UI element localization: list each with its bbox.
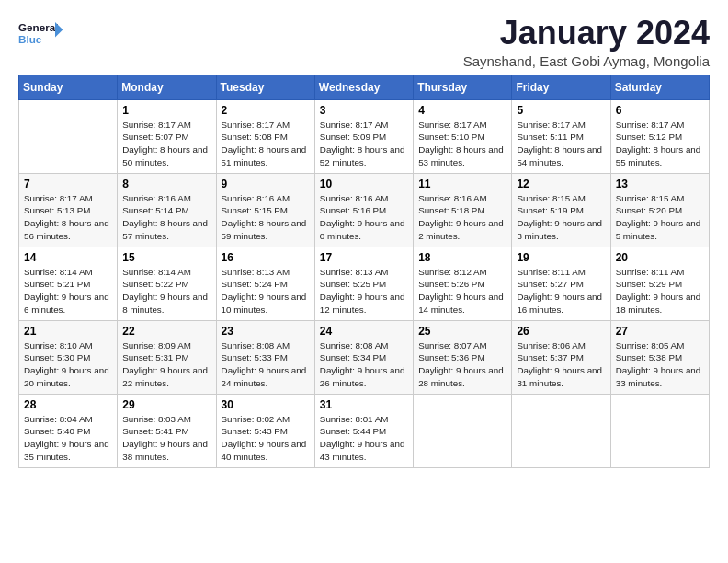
day-number: 1 [122,104,210,117]
cell-info: Sunrise: 8:10 AM Sunset: 5:30 PM Dayligh… [24,339,112,390]
sunrise-label: Sunrise: 8:17 AM [222,120,290,130]
table-row: 25 Sunrise: 8:07 AM Sunset: 5:36 PM Dayl… [414,320,512,394]
day-number: 21 [24,325,112,338]
cell-info: Sunrise: 8:07 AM Sunset: 5:36 PM Dayligh… [418,339,506,390]
cell-info: Sunrise: 8:09 AM Sunset: 5:31 PM Dayligh… [122,339,210,390]
header-saturday: Saturday [610,75,709,99]
sunset-label: Sunset: 5:33 PM [222,352,288,362]
sunset-label: Sunset: 5:43 PM [222,426,288,436]
day-number: 16 [222,251,310,264]
table-row: 31 Sunrise: 8:01 AM Sunset: 5:44 PM Dayl… [314,394,413,467]
calendar-week-row: 21 Sunrise: 8:10 AM Sunset: 5:30 PM Dayl… [19,320,710,394]
sunrise-label: Sunrise: 8:11 AM [517,267,586,277]
month-title: January 2024 [463,15,710,52]
cell-info: Sunrise: 8:17 AM Sunset: 5:12 PM Dayligh… [616,119,704,169]
day-number: 6 [616,104,704,117]
sunset-label: Sunset: 5:36 PM [418,352,484,362]
cell-info: Sunrise: 8:16 AM Sunset: 5:14 PM Dayligh… [122,192,210,243]
daylight-label: Daylight: 9 hours and 5 minutes. [616,218,701,241]
daylight-label: Daylight: 9 hours and 12 minutes. [320,292,405,315]
sunrise-label: Sunrise: 8:13 AM [320,267,389,277]
logo-icon: General Blue [18,15,64,52]
cell-info: Sunrise: 8:04 AM Sunset: 5:40 PM Dayligh… [24,413,112,464]
day-number: 2 [222,104,310,117]
sunrise-label: Sunrise: 8:11 AM [616,267,685,277]
sunset-label: Sunset: 5:14 PM [122,205,188,215]
table-row: 22 Sunrise: 8:09 AM Sunset: 5:31 PM Dayl… [118,320,216,394]
day-number: 30 [222,398,310,411]
daylight-label: Daylight: 8 hours and 56 minutes. [24,218,109,241]
daylight-label: Daylight: 8 hours and 55 minutes. [616,144,701,167]
sunrise-label: Sunrise: 8:14 AM [122,267,191,277]
table-row: 27 Sunrise: 8:05 AM Sunset: 5:38 PM Dayl… [610,320,709,394]
header-wednesday: Wednesday [314,75,413,99]
table-row: 9 Sunrise: 8:16 AM Sunset: 5:15 PM Dayli… [216,173,314,247]
daylight-label: Daylight: 9 hours and 26 minutes. [320,365,405,388]
table-row: 8 Sunrise: 8:16 AM Sunset: 5:14 PM Dayli… [118,173,216,247]
daylight-label: Daylight: 9 hours and 10 minutes. [222,292,307,315]
daylight-label: Daylight: 9 hours and 8 minutes. [122,292,208,315]
table-row: 11 Sunrise: 8:16 AM Sunset: 5:18 PM Dayl… [414,173,512,247]
day-number: 17 [320,251,408,264]
sunrise-label: Sunrise: 8:14 AM [24,267,93,277]
sunset-label: Sunset: 5:15 PM [222,205,288,215]
table-row: 15 Sunrise: 8:14 AM Sunset: 5:22 PM Dayl… [118,247,216,320]
table-row: 4 Sunrise: 8:17 AM Sunset: 5:10 PM Dayli… [414,99,512,173]
day-number: 18 [418,251,506,264]
sunset-label: Sunset: 5:22 PM [122,279,188,289]
sunrise-label: Sunrise: 8:10 AM [24,340,93,350]
sunrise-label: Sunrise: 8:17 AM [122,120,191,130]
table-row: 20 Sunrise: 8:11 AM Sunset: 5:29 PM Dayl… [610,247,709,320]
table-row: 2 Sunrise: 8:17 AM Sunset: 5:08 PM Dayli… [216,99,314,173]
page-container: General Blue January 2024 Saynshand, Eas… [0,0,728,477]
sunrise-label: Sunrise: 8:17 AM [24,193,93,203]
sunrise-label: Sunrise: 8:17 AM [616,120,685,130]
table-row: 6 Sunrise: 8:17 AM Sunset: 5:12 PM Dayli… [610,99,709,173]
daylight-label: Daylight: 9 hours and 22 minutes. [122,365,208,388]
sunrise-label: Sunrise: 8:17 AM [320,120,389,130]
table-row [610,394,709,467]
sunset-label: Sunset: 5:11 PM [517,132,583,142]
calendar-table: Sunday Monday Tuesday Wednesday Thursday… [18,75,710,468]
table-row: 28 Sunrise: 8:04 AM Sunset: 5:40 PM Dayl… [19,394,118,467]
calendar-week-row: 14 Sunrise: 8:14 AM Sunset: 5:21 PM Dayl… [19,247,710,320]
day-number: 7 [24,178,112,190]
header-thursday: Thursday [414,75,512,99]
day-number: 11 [418,178,506,190]
sunrise-label: Sunrise: 8:15 AM [517,193,586,203]
sunset-label: Sunset: 5:41 PM [122,426,188,436]
day-number: 8 [122,178,210,190]
cell-info: Sunrise: 8:16 AM Sunset: 5:16 PM Dayligh… [320,192,408,243]
weekday-header-row: Sunday Monday Tuesday Wednesday Thursday… [19,75,710,99]
sunset-label: Sunset: 5:19 PM [517,205,583,215]
svg-text:Blue: Blue [18,33,42,45]
daylight-label: Daylight: 9 hours and 6 minutes. [24,292,109,315]
sunrise-label: Sunrise: 8:17 AM [517,120,586,130]
sunset-label: Sunset: 5:40 PM [24,426,90,436]
cell-info: Sunrise: 8:12 AM Sunset: 5:26 PM Dayligh… [418,266,506,316]
sunrise-label: Sunrise: 8:05 AM [616,340,685,350]
daylight-label: Daylight: 8 hours and 52 minutes. [320,144,405,167]
day-number: 31 [320,398,408,411]
table-row: 1 Sunrise: 8:17 AM Sunset: 5:07 PM Dayli… [118,99,216,173]
table-row: 21 Sunrise: 8:10 AM Sunset: 5:30 PM Dayl… [19,320,118,394]
sunrise-label: Sunrise: 8:01 AM [320,414,389,424]
table-row: 30 Sunrise: 8:02 AM Sunset: 5:43 PM Dayl… [216,394,314,467]
table-row: 14 Sunrise: 8:14 AM Sunset: 5:21 PM Dayl… [19,247,118,320]
sunrise-label: Sunrise: 8:17 AM [418,120,487,130]
daylight-label: Daylight: 8 hours and 54 minutes. [517,144,602,167]
sunrise-label: Sunrise: 8:13 AM [222,267,290,277]
header-friday: Friday [512,75,610,99]
cell-info: Sunrise: 8:15 AM Sunset: 5:19 PM Dayligh… [517,192,605,243]
day-number: 15 [122,251,210,264]
cell-info: Sunrise: 8:08 AM Sunset: 5:33 PM Dayligh… [222,339,310,390]
logo: General Blue [18,15,64,52]
daylight-label: Daylight: 9 hours and 14 minutes. [418,292,504,315]
cell-info: Sunrise: 8:02 AM Sunset: 5:43 PM Dayligh… [222,413,310,464]
day-number: 14 [24,251,112,264]
table-row [414,394,512,467]
day-number: 4 [418,104,506,117]
sunrise-label: Sunrise: 8:16 AM [418,193,487,203]
location-subtitle: Saynshand, East Gobi Aymag, Mongolia [463,53,710,69]
sunset-label: Sunset: 5:08 PM [222,132,288,142]
